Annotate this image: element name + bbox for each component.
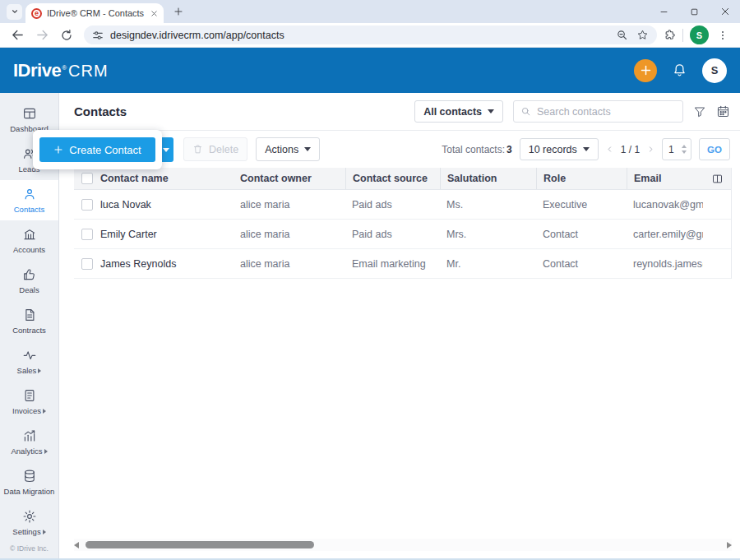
cell-contact-name[interactable]: James Reynolds <box>100 258 240 270</box>
table-header-row: Contact name Contact owner Contact sourc… <box>74 168 731 190</box>
user-avatar[interactable]: S <box>702 58 727 83</box>
idrive-crm-logo: IDrive ® CRM <box>13 60 109 81</box>
back-arrow-icon <box>11 28 25 42</box>
table-row[interactable]: Emily Carter alice maria Paid ads Mrs. C… <box>74 220 731 249</box>
gear-icon <box>22 509 37 524</box>
page-stepper[interactable] <box>682 145 691 154</box>
cell-contact-name[interactable]: luca Novak <box>100 199 240 211</box>
search-box[interactable] <box>513 100 683 123</box>
date-view-button[interactable] <box>716 104 730 118</box>
submenu-arrow-icon <box>43 409 46 414</box>
sidebar-item-deals[interactable]: Deals <box>0 261 58 301</box>
page-number-value: 1 <box>668 144 682 155</box>
sidebar-item-analytics[interactable]: Analytics <box>0 422 58 462</box>
address-bar[interactable]: designdev.idrivecrm.com/app/contacts <box>84 25 657 44</box>
select-all-checkbox[interactable] <box>81 173 93 184</box>
sidebar-item-settings[interactable]: Settings <box>0 502 58 543</box>
accounts-icon <box>22 227 37 242</box>
maximize-icon <box>690 7 699 16</box>
tab-close-button[interactable] <box>150 10 158 17</box>
forward-arrow-icon <box>35 28 49 42</box>
reload-button[interactable] <box>56 25 77 45</box>
sidebar-item-contracts[interactable]: Contracts <box>0 301 58 341</box>
next-page-button[interactable] <box>647 145 654 154</box>
main-content: Contacts All contacts <box>59 93 740 559</box>
actions-label: Actions <box>265 144 298 155</box>
star-icon <box>636 29 649 41</box>
row-checkbox[interactable] <box>81 199 93 211</box>
total-contacts-value: 3 <box>506 144 512 155</box>
sidebar-item-label: Deals <box>19 285 39 294</box>
scrollbar-thumb[interactable] <box>86 541 314 548</box>
bookmark-button[interactable] <box>636 29 649 41</box>
notifications-button[interactable] <box>672 62 687 78</box>
cell-salutation: Mr. <box>440 258 536 270</box>
chevron-left-icon <box>606 145 613 154</box>
bell-icon <box>672 62 687 78</box>
page-number-input[interactable]: 1 <box>662 138 691 160</box>
kebab-menu-icon <box>717 30 728 41</box>
delete-button[interactable]: Delete <box>183 137 247 161</box>
deals-icon <box>22 267 37 282</box>
sidebar-item-accounts[interactable]: Accounts <box>0 220 58 261</box>
close-icon <box>720 7 730 16</box>
zoom-out-button[interactable] <box>616 29 628 41</box>
invoices-icon <box>22 388 37 403</box>
column-header-role[interactable]: Role <box>536 168 627 189</box>
search-input[interactable] <box>537 106 676 118</box>
minimize-button[interactable] <box>649 0 679 23</box>
table-row[interactable]: James Reynolds alice maria Email marketi… <box>74 249 731 279</box>
column-header-contact-owner[interactable]: Contact owner <box>240 173 345 184</box>
create-contact-highlight: Create Contact <box>33 130 162 169</box>
filter-button[interactable] <box>693 105 706 118</box>
extensions-button[interactable] <box>664 29 676 41</box>
tab-search-button[interactable] <box>7 4 22 20</box>
row-checkbox[interactable] <box>81 258 93 270</box>
prev-page-button[interactable] <box>606 145 613 154</box>
cell-email: reynolds.james@gm... <box>627 258 703 270</box>
back-button[interactable] <box>7 25 28 45</box>
submenu-arrow-icon <box>44 449 48 454</box>
row-checkbox[interactable] <box>81 229 93 240</box>
sidebar-item-invoices[interactable]: Invoices <box>0 382 58 422</box>
quick-add-button[interactable] <box>634 59 657 82</box>
stepper-up-icon <box>682 145 687 148</box>
maximize-button[interactable] <box>679 0 710 23</box>
actions-dropdown[interactable]: Actions <box>256 137 320 161</box>
horizontal-scrollbar[interactable] <box>74 539 732 551</box>
columns-icon <box>711 173 724 185</box>
create-contact-label: Create Contact <box>69 144 141 156</box>
create-contact-button[interactable]: Create Contact <box>39 137 155 162</box>
sidebar-item-label: Accounts <box>13 245 45 254</box>
column-header-salutation[interactable]: Salutation <box>440 168 536 189</box>
plus-icon <box>53 145 63 155</box>
scroll-right-icon[interactable] <box>727 542 732 548</box>
table-row[interactable]: luca Novak alice maria Paid ads Ms. Exec… <box>74 190 731 220</box>
sidebar-item-contacts[interactable]: Contacts <box>0 180 58 220</box>
close-window-button[interactable] <box>710 0 740 23</box>
cell-contact-owner: alice maria <box>240 258 345 270</box>
browser-menu-button[interactable] <box>712 25 733 45</box>
forward-button[interactable] <box>31 25 53 45</box>
records-label: 10 records <box>529 144 577 155</box>
records-per-page-dropdown[interactable]: 10 records <box>520 138 599 160</box>
scroll-left-icon[interactable] <box>74 542 79 548</box>
manage-columns-button[interactable] <box>703 173 731 185</box>
sidebar-item-data-migration[interactable]: Data Migration <box>0 462 58 502</box>
total-contacts-label: Total contacts: <box>442 144 505 155</box>
go-button[interactable]: GO <box>699 138 730 160</box>
contracts-icon <box>22 308 37 322</box>
column-header-contact-name[interactable]: Contact name <box>100 173 240 184</box>
cell-contact-name[interactable]: Emily Carter <box>100 229 240 240</box>
column-header-email[interactable]: Email <box>627 168 703 189</box>
column-header-contact-source[interactable]: Contact source <box>345 168 440 189</box>
trash-icon <box>192 144 203 155</box>
reload-icon <box>60 29 73 42</box>
browser-tab[interactable]: e IDrive® CRM - Contacts <box>25 3 164 23</box>
browser-toolbar: designdev.idrivecrm.com/app/contacts S <box>0 23 740 48</box>
cell-role: Contact <box>536 229 627 240</box>
new-tab-button[interactable] <box>173 7 183 16</box>
browser-profile-avatar[interactable]: S <box>690 25 709 44</box>
contacts-view-dropdown[interactable]: All contacts <box>414 100 503 123</box>
sidebar-item-sales[interactable]: Sales <box>0 341 58 382</box>
